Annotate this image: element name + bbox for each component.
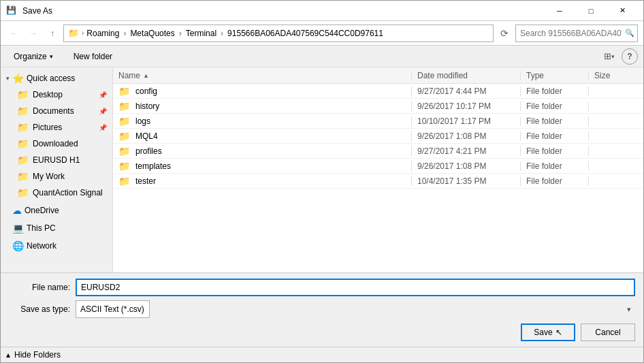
file-name-input[interactable] [76,279,635,296]
forward-button[interactable]: → [25,25,42,42]
quick-access-header[interactable]: ▾ ⭐ Quick access [1,70,112,86]
bottom-panel: File name: Save as type: ASCII Text (*.c… [1,272,643,347]
row-date: 9/27/2017 4:44 PM [412,86,521,96]
desktop-pin-icon: 📌 [99,91,107,99]
new-folder-button[interactable]: New folder [66,48,120,65]
row-name-text: history [135,101,159,111]
sidebar-item-my-work[interactable]: 📁 My Work [1,168,112,185]
table-row[interactable]: 📁 tester 10/4/2017 1:35 PM File folder [113,174,643,189]
downloaded-label: Downloaded [33,139,78,148]
row-name: 📁 history [113,101,412,112]
save-as-dialog: 💾 Save As ─ □ ✕ ← → ↑ 📁 › Roaming › Meta… [0,0,644,363]
desktop-folder-icon: 📁 [17,89,29,100]
quantaction-folder-icon: 📁 [17,187,29,198]
file-list-header: Name ▲ Date modified Type Size [113,67,643,84]
path-separator-1: › [123,29,126,38]
new-folder-label: New folder [74,52,112,61]
row-name: 📁 templates [113,161,412,172]
header-type[interactable]: Type [521,71,589,80]
row-name-text: tester [135,176,156,186]
row-name-text: templates [135,161,171,171]
sidebar-item-pictures[interactable]: 📁 Pictures 📌 [1,119,112,136]
search-input[interactable] [520,29,622,38]
network-section: ▾ 🌐 Network [1,238,112,254]
header-name[interactable]: Name ▲ [113,71,412,80]
this-pc-section: ▾ 💻 This PC [1,220,112,236]
downloaded-folder-icon: 📁 [17,138,29,149]
this-pc-header[interactable]: ▾ 💻 This PC [1,220,112,236]
my-work-label: My Work [33,172,65,181]
sidebar-item-downloaded[interactable]: 📁 Downloaded [1,136,112,152]
back-button[interactable]: ← [6,25,22,42]
view-icon: ⊞ [604,51,611,61]
table-row[interactable]: 📁 config 9/27/2017 4:44 PM File folder [113,84,643,99]
hide-folders-button[interactable]: ▴ Hide Folders [6,350,61,360]
toolbar: Organize ▾ New folder ⊞ ▾ ? [1,46,643,67]
file-list: Name ▲ Date modified Type Size 📁 config … [113,67,643,272]
onedrive-header[interactable]: ▾ ☁ OneDrive [1,202,112,219]
eurusd-h1-label: EURUSD H1 [33,155,80,165]
close-button[interactable]: ✕ [607,1,638,21]
my-work-folder-icon: 📁 [17,171,29,182]
quick-access-icon: ⭐ [12,73,24,84]
table-row[interactable]: 📁 history 9/26/2017 10:17 PM File folder [113,99,643,114]
this-pc-label: This PC [27,223,56,233]
table-row[interactable]: 📁 MQL4 9/26/2017 1:08 PM File folder [113,129,643,144]
organize-button[interactable]: Organize ▾ [6,48,61,65]
maximize-button[interactable]: □ [575,1,607,21]
sidebar-item-desktop[interactable]: 📁 Desktop 📌 [1,86,112,103]
help-button[interactable]: ? [622,48,638,65]
path-guid: 915566BA06ADA407569C544CC0D97611 [227,29,383,38]
path-folder-icon: 📁 [68,28,79,38]
title-bar: 💾 Save As ─ □ ✕ [1,1,643,21]
documents-pin-icon: 📌 [99,108,107,115]
save-button[interactable]: Save ↖ [521,323,575,341]
network-label: Network [27,241,57,251]
up-button[interactable]: ↑ [44,25,61,42]
eurusd-folder-icon: 📁 [17,155,29,165]
table-row[interactable]: 📁 templates 9/26/2017 1:08 PM File folde… [113,159,643,174]
row-folder-icon: 📁 [118,116,130,127]
sidebar-item-quantaction[interactable]: 📁 QuantAction Signal [1,185,112,201]
documents-label: Documents [33,106,74,116]
cancel-button[interactable]: Cancel [581,323,635,341]
path-roaming: Roaming [86,29,119,38]
hide-folders-row: ▴ Hide Folders [1,347,643,362]
refresh-button[interactable]: ⟳ [496,25,513,42]
address-path[interactable]: 📁 › Roaming › MetaQuotes › Terminal › 91… [63,25,494,42]
header-size[interactable]: Size [589,71,643,80]
row-type: File folder [521,146,589,156]
this-pc-icon: 💻 [12,223,24,234]
save-type-label: Save as type: [9,304,70,314]
row-name-text: logs [135,116,150,126]
save-type-row: Save as type: ASCII Text (*.csv) CSV (*.… [9,300,635,318]
row-type: File folder [521,161,589,171]
minimize-button[interactable]: ─ [544,1,575,21]
row-type: File folder [521,86,589,96]
row-name: 📁 config [113,86,412,97]
table-row[interactable]: 📁 profiles 9/27/2017 4:21 PM File folder [113,144,643,159]
table-row[interactable]: 📁 logs 10/10/2017 1:17 PM File folder [113,114,643,129]
path-separator-2: › [179,29,182,38]
dialog-title: Save As [22,6,52,16]
sort-icon: ▲ [143,72,149,79]
pictures-pin-icon: 📌 [99,124,107,131]
path-terminal: Terminal [186,29,216,38]
search-icon: 🔍 [625,29,634,37]
pictures-folder-icon: 📁 [17,122,29,133]
row-name-text: MQL4 [135,131,158,141]
row-folder-icon: 📁 [118,131,130,142]
view-button[interactable]: ⊞ ▾ [600,48,619,65]
network-header[interactable]: ▾ 🌐 Network [1,238,112,254]
view-chevron: ▾ [611,53,615,60]
header-date[interactable]: Date modified [412,71,521,80]
sidebar-item-eurusd-h1[interactable]: 📁 EURUSD H1 [1,152,112,168]
quick-access-label: Quick access [27,74,75,83]
sidebar-item-documents[interactable]: 📁 Documents 📌 [1,103,112,119]
row-folder-icon: 📁 [118,161,130,172]
cancel-label: Cancel [595,328,620,337]
sidebar: ▾ ⭐ Quick access 📁 Desktop 📌 📁 Documents… [1,67,113,272]
title-bar-left: 💾 Save As [6,5,52,16]
save-type-select[interactable]: ASCII Text (*.csv) CSV (*.csv) Text (*.t… [76,300,150,318]
row-date: 10/10/2017 1:17 PM [412,116,521,126]
